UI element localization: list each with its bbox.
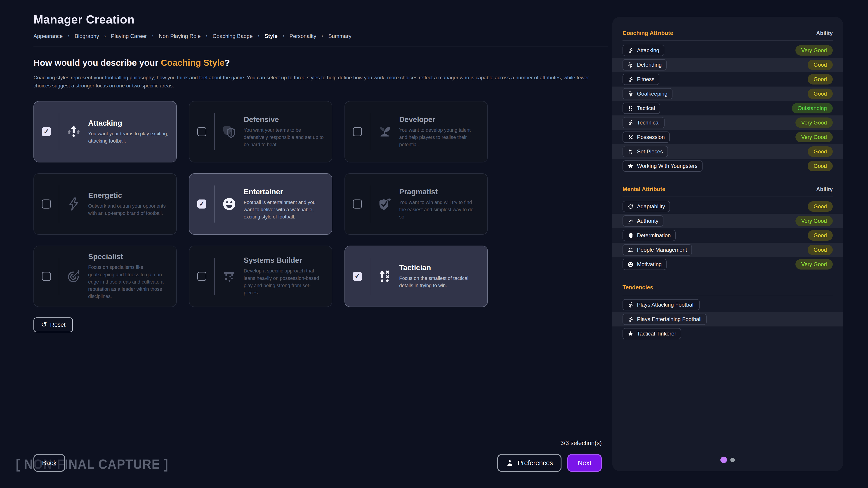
diving-keeper-icon bbox=[626, 90, 635, 98]
page-title: Manager Creation bbox=[33, 13, 608, 26]
breadcrumb: Appearance › Biography › Playing Career … bbox=[33, 33, 608, 39]
style-card-description: Football is entertainment and you want t… bbox=[244, 199, 324, 221]
breadcrumb-item-non-playing-role[interactable]: Non Playing Role bbox=[159, 33, 200, 39]
breadcrumb-item-playing-career[interactable]: Playing Career bbox=[111, 33, 147, 39]
attribute-chip: Authority bbox=[622, 215, 663, 227]
checkbox-column bbox=[34, 246, 59, 306]
attribute-chip: Working With Youngsters bbox=[622, 160, 703, 172]
breadcrumb-item-style-current[interactable]: Style bbox=[265, 33, 278, 39]
question-description: Coaching styles represent your footballi… bbox=[33, 74, 590, 90]
ability-badge: Good bbox=[808, 74, 833, 85]
attribute-label: Possession bbox=[637, 134, 665, 140]
tendency-chip: Plays Attacking Football bbox=[622, 299, 700, 311]
attribute-label: Attacking bbox=[637, 47, 659, 54]
breadcrumb-item-summary[interactable]: Summary bbox=[328, 33, 351, 39]
card-text: Tactician Focus on the smallest of tacti… bbox=[399, 246, 487, 306]
breadcrumb-item-personality[interactable]: Personality bbox=[289, 33, 316, 39]
mental-attribute-title: Mental Attribute bbox=[622, 186, 665, 193]
entertainer-checkbox[interactable]: ✓ bbox=[197, 199, 206, 208]
style-card-description: You want your teams to play exciting, at… bbox=[88, 130, 168, 145]
breadcrumb-item-biography[interactable]: Biography bbox=[74, 33, 99, 39]
attribute-label: Tactical bbox=[637, 105, 655, 111]
style-card-pragmatist[interactable]: Pragmatist You want to win and will try … bbox=[344, 173, 488, 235]
specialist-checkbox[interactable] bbox=[42, 272, 51, 281]
card-text: Entertainer Football is entertainment an… bbox=[244, 174, 332, 234]
chevron-right-icon: › bbox=[283, 33, 285, 39]
ability-badge: Good bbox=[808, 60, 833, 70]
style-card-title: Developer bbox=[399, 115, 480, 124]
mental-attribute-rows: Adaptability Good Authority Very Good De… bbox=[612, 199, 843, 271]
ability-badge: Good bbox=[808, 245, 833, 255]
style-card-specialist[interactable]: Specialist Focus on specialisms like goa… bbox=[33, 246, 177, 307]
attribute-label: Set Pieces bbox=[637, 149, 663, 155]
reset-button[interactable]: ↺ Reset bbox=[33, 318, 73, 332]
attribute-row-people-management: People Management Good bbox=[612, 242, 843, 257]
ability-badge: Outstanding bbox=[792, 103, 833, 113]
style-card-description: You want your teams to be defensively re… bbox=[244, 127, 324, 149]
attribute-label: Working With Youngsters bbox=[637, 163, 698, 169]
tactician-checkbox[interactable]: ✓ bbox=[353, 272, 362, 281]
checkbox-column bbox=[345, 174, 370, 234]
breadcrumb-item-appearance[interactable]: Appearance bbox=[33, 33, 63, 39]
panel-pagination bbox=[612, 457, 843, 463]
gavel-icon bbox=[627, 218, 633, 224]
entertainer-player-icon bbox=[627, 316, 633, 322]
defensive-checkbox[interactable] bbox=[197, 127, 206, 136]
attribute-chip: Adaptability bbox=[622, 201, 670, 212]
attribute-label: Goalkeeping bbox=[637, 91, 668, 97]
tackle-icon bbox=[627, 62, 633, 68]
chevron-right-icon: › bbox=[68, 33, 70, 39]
attribute-row-goalkeeping: Goalkeeping Good bbox=[612, 87, 843, 101]
breadcrumb-item-coaching-badge[interactable]: Coaching Badge bbox=[213, 33, 252, 39]
ability-badge: Good bbox=[808, 147, 833, 157]
footer-actions: Preferences Next bbox=[497, 454, 602, 472]
attribute-row-fitness: Fitness Good bbox=[612, 72, 843, 87]
pagination-dot-active[interactable] bbox=[720, 457, 727, 463]
specialist-target-icon bbox=[66, 269, 81, 284]
style-card-energetic[interactable]: Energetic Outwork and outrun your oppone… bbox=[33, 173, 177, 235]
attribute-label: Authority bbox=[637, 218, 658, 224]
runner-icon bbox=[627, 302, 633, 308]
style-card-systems-builder[interactable]: Systems Builder Develop a specific appro… bbox=[189, 246, 332, 307]
attacking-checkbox[interactable]: ✓ bbox=[42, 127, 51, 136]
style-card-description: You want to develop young talent and hel… bbox=[399, 127, 480, 149]
chevron-right-icon: › bbox=[206, 33, 208, 39]
chevron-right-icon: › bbox=[321, 33, 323, 39]
attribute-label: Motivating bbox=[637, 261, 662, 267]
preferences-button[interactable]: Preferences bbox=[497, 454, 561, 472]
style-card-attacking[interactable]: ✓ Attacking You want your teams to play … bbox=[33, 101, 177, 162]
pagination-dot[interactable] bbox=[730, 458, 735, 462]
chevron-right-icon: › bbox=[104, 33, 106, 39]
style-card-description: Focus on the smallest of tactical detail… bbox=[399, 275, 480, 289]
energetic-checkbox[interactable] bbox=[42, 199, 51, 208]
checkbox-column: ✓ bbox=[189, 174, 214, 234]
attacking-arrows-icon bbox=[66, 124, 81, 139]
developer-sprout-icon bbox=[377, 124, 392, 139]
next-button[interactable]: Next bbox=[567, 454, 602, 472]
possession-percent-icon bbox=[627, 134, 633, 140]
attribute-row-set-pieces: Set Pieces Good bbox=[612, 144, 843, 159]
style-card-entertainer[interactable]: ✓ Entertainer Football is entertainment … bbox=[189, 173, 332, 235]
style-card-title: Entertainer bbox=[244, 188, 324, 196]
pragmatist-checkbox[interactable] bbox=[353, 199, 362, 208]
style-card-tactician[interactable]: ✓ Tactician Focus on the smallest of tac… bbox=[344, 246, 488, 307]
tendency-row-plays-entertaining-football: Plays Entertaining Football bbox=[612, 312, 843, 326]
style-card-description: Develop a specific approach that leans h… bbox=[244, 267, 324, 296]
attributes-panel: Coaching Attribute Ability Attacking Ver… bbox=[612, 17, 843, 471]
attribute-row-possession: Possession Very Good bbox=[612, 130, 843, 144]
developer-checkbox[interactable] bbox=[353, 127, 362, 136]
systems-builder-checkbox[interactable] bbox=[197, 272, 206, 281]
card-text: Attacking You want your teams to play ex… bbox=[88, 101, 176, 162]
attribute-chip: Motivating bbox=[622, 259, 666, 270]
style-card-developer[interactable]: Developer You want to develop young tale… bbox=[344, 101, 488, 162]
attribute-label: Defending bbox=[637, 62, 662, 68]
star-icon bbox=[627, 331, 633, 337]
style-card-title: Defensive bbox=[244, 115, 324, 124]
runner-icon bbox=[627, 76, 633, 83]
attribute-chip: Defending bbox=[622, 59, 666, 70]
checkbox-column bbox=[345, 101, 370, 162]
back-button[interactable]: Back bbox=[33, 454, 65, 472]
style-card-defensive[interactable]: Defensive You want your teams to be defe… bbox=[189, 101, 332, 162]
icon-column bbox=[215, 101, 244, 162]
icon-column bbox=[215, 174, 244, 234]
